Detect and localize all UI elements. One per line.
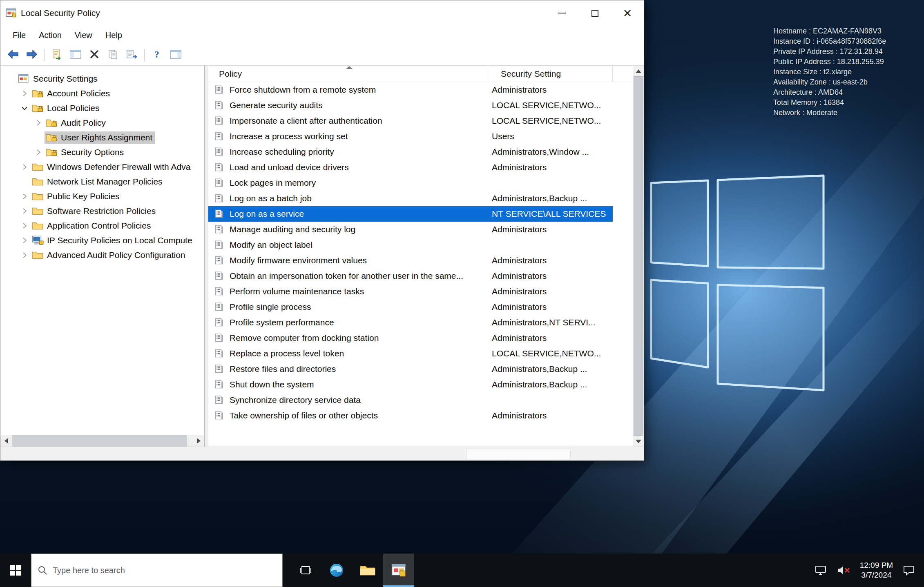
chevron-down-icon[interactable]	[18, 103, 31, 113]
scroll-left-arrow[interactable]	[0, 435, 12, 447]
policy-row-generate-security-audits[interactable]: Generate security auditsLOCAL SERVICE,NE…	[208, 98, 633, 113]
tree-item-software-restriction-policies[interactable]: Software Restriction Policies	[0, 204, 204, 218]
policy-row-load-and-unload-device-drivers[interactable]: Load and unload device driversAdministra…	[208, 160, 633, 175]
policy-row-increase-scheduling-priority[interactable]: Increase scheduling priorityAdministrato…	[208, 144, 633, 160]
scroll-right-arrow[interactable]	[193, 435, 204, 447]
edge-button[interactable]	[321, 554, 352, 587]
policy-row-modify-an-object-label[interactable]: Modify an object label	[208, 237, 633, 253]
scroll-down-arrow[interactable]	[633, 436, 644, 447]
minimize-button[interactable]	[546, 0, 578, 26]
chevron-right-icon[interactable]	[32, 147, 45, 157]
delete-button[interactable]	[85, 47, 104, 64]
start-button[interactable]	[0, 554, 31, 587]
policy-row-profile-single-process[interactable]: Profile single processAdministrators	[208, 299, 633, 315]
menu-action[interactable]: Action	[32, 28, 68, 42]
maximize-button[interactable]	[578, 0, 611, 26]
horizontal-scrollbar-thumb[interactable]	[12, 435, 187, 447]
close-button[interactable]: ×	[611, 0, 644, 26]
tree-item-ip-security-policies-on-local-compute[interactable]: IP Security Policies on Local Compute	[0, 233, 204, 248]
list-vertical-scrollbar[interactable]	[633, 66, 644, 447]
menu-file[interactable]: File	[6, 28, 32, 42]
properties-button[interactable]	[104, 47, 123, 64]
policy-row-replace-a-process-level-token[interactable]: Replace a process level tokenLOCAL SERVI…	[208, 346, 633, 361]
column-header-security-setting[interactable]: Security Setting	[490, 66, 613, 82]
policy-row-force-shutdown-from-a-remote-system[interactable]: Force shutdown from a remote systemAdmin…	[208, 82, 633, 98]
tree-item-network-list-manager-policies[interactable]: Network List Manager Policies	[0, 174, 204, 189]
tree-item-account-policies[interactable]: Account Policies	[0, 86, 204, 101]
console-tree-button[interactable]	[66, 47, 85, 64]
tree-item-advanced-audit-policy-configuration[interactable]: Advanced Audit Policy Configuration	[0, 248, 204, 262]
chevron-right-icon[interactable]	[32, 118, 45, 128]
instance-info-line: Network : Moderate	[773, 108, 886, 118]
policy-row-restore-files-and-directories[interactable]: Restore files and directoriesAdministrat…	[208, 361, 633, 377]
tree-node[interactable]: Windows Defender Firewall with Adva	[31, 161, 193, 173]
forward-button[interactable]	[22, 47, 41, 64]
tree-node[interactable]: Audit Policy	[45, 117, 108, 129]
network-button[interactable]	[810, 554, 832, 587]
policy-row-perform-volume-maintenance-tasks[interactable]: Perform volume maintenance tasksAdminist…	[208, 284, 633, 299]
search-input[interactable]	[53, 566, 277, 575]
export-list-button[interactable]	[123, 47, 141, 64]
tree-item-local-policies[interactable]: Local Policies	[0, 101, 204, 116]
policy-row-profile-system-performance[interactable]: Profile system performanceAdministrators…	[208, 315, 633, 330]
tree-node[interactable]: IP Security Policies on Local Compute	[31, 234, 195, 247]
taskbar-search[interactable]	[31, 554, 283, 587]
titlebar[interactable]: Local Security Policy ×	[0, 0, 644, 26]
menu-help[interactable]: Help	[99, 28, 129, 42]
scroll-up-arrow[interactable]	[633, 66, 644, 76]
tree-item-application-control-policies[interactable]: Application Control Policies	[0, 218, 204, 233]
tree-node[interactable]: Local Policies	[31, 102, 102, 114]
policy-row-take-ownership-of-files-or-other-objects[interactable]: Take ownership of files or other objects…	[208, 408, 633, 423]
help-button[interactable]: ?	[147, 47, 166, 64]
policy-row-impersonate-a-client-after-authenticatio[interactable]: Impersonate a client after authenticatio…	[208, 113, 633, 129]
vertical-scrollbar-thumb[interactable]	[634, 76, 643, 436]
export-button[interactable]	[47, 47, 66, 64]
tree-node[interactable]: Advanced Audit Policy Configuration	[31, 249, 188, 261]
tree-node[interactable]: Network List Manager Policies	[31, 176, 165, 188]
task-view-button[interactable]	[290, 554, 321, 587]
chevron-right-icon[interactable]	[18, 89, 31, 98]
console-tree: Security SettingsAccount PoliciesLocal P…	[0, 66, 204, 262]
action-center-button[interactable]	[898, 554, 920, 587]
local-security-policy-taskbar-button[interactable]	[383, 554, 414, 587]
taskbar-clock[interactable]: 12:09 PM 3/7/2024	[855, 560, 898, 580]
policy-row-shut-down-the-system[interactable]: Shut down the systemAdministrators,Backu…	[208, 377, 633, 392]
tree-item-user-rights-assignment[interactable]: User Rights Assignment	[0, 130, 204, 145]
tree-item-audit-policy[interactable]: Audit Policy	[0, 116, 204, 130]
chevron-right-icon[interactable]	[18, 191, 31, 201]
chevron-right-icon[interactable]	[18, 162, 31, 172]
policy-row-modify-firmware-environment-values[interactable]: Modify firmware environment valuesAdmini…	[208, 253, 633, 268]
tree-node[interactable]: User Rights Assignment	[45, 131, 155, 144]
policy-row-manage-auditing-and-security-log[interactable]: Manage auditing and security logAdminist…	[208, 222, 633, 237]
instance-info-line: Instance Size : t2.xlarge	[773, 67, 886, 77]
action-pane-button[interactable]	[166, 47, 185, 64]
tree-item-security-options[interactable]: Security Options	[0, 145, 204, 160]
policy-row-obtain-an-impersonation-token-for-anothe[interactable]: Obtain an impersonation token for anothe…	[208, 268, 633, 284]
policy-row-lock-pages-in-memory[interactable]: Lock pages in memory	[208, 175, 633, 191]
tree-item-public-key-policies[interactable]: Public Key Policies	[0, 189, 204, 204]
tree-node[interactable]: Security Options	[45, 146, 126, 158]
back-button[interactable]	[4, 47, 22, 64]
policy-row-log-on-as-a-service[interactable]: Log on as a serviceNT SERVICE\ALL SERVIC…	[208, 206, 633, 222]
chevron-right-icon[interactable]	[18, 236, 31, 245]
file-explorer-button[interactable]	[352, 554, 383, 587]
tree-node[interactable]: Application Control Policies	[31, 220, 153, 232]
tree-node[interactable]: Account Policies	[31, 87, 112, 100]
menu-view[interactable]: View	[68, 28, 99, 42]
tree-node[interactable]: Public Key Policies	[31, 190, 122, 202]
volume-button[interactable]	[832, 554, 855, 587]
chevron-right-icon[interactable]	[18, 221, 31, 231]
column-header-policy[interactable]: Policy	[208, 66, 490, 82]
tree-item-security-settings[interactable]: Security Settings	[0, 71, 204, 86]
pane-splitter[interactable]	[205, 66, 208, 447]
policy-row-remove-computer-from-docking-station[interactable]: Remove computer from docking stationAdmi…	[208, 330, 633, 346]
chevron-right-icon[interactable]	[18, 206, 31, 216]
tree-node[interactable]: Software Restriction Policies	[31, 205, 158, 217]
tree-horizontal-scrollbar[interactable]	[0, 435, 204, 447]
tree-node[interactable]: Security Settings	[17, 73, 100, 85]
tree-item-windows-defender-firewall-with-adva[interactable]: Windows Defender Firewall with Adva	[0, 160, 204, 174]
policy-row-synchronize-directory-service-data[interactable]: Synchronize directory service data	[208, 392, 633, 408]
policy-row-log-on-as-a-batch-job[interactable]: Log on as a batch jobAdministrators,Back…	[208, 191, 633, 206]
chevron-right-icon[interactable]	[18, 250, 31, 260]
policy-row-increase-a-process-working-set[interactable]: Increase a process working setUsers	[208, 129, 633, 144]
